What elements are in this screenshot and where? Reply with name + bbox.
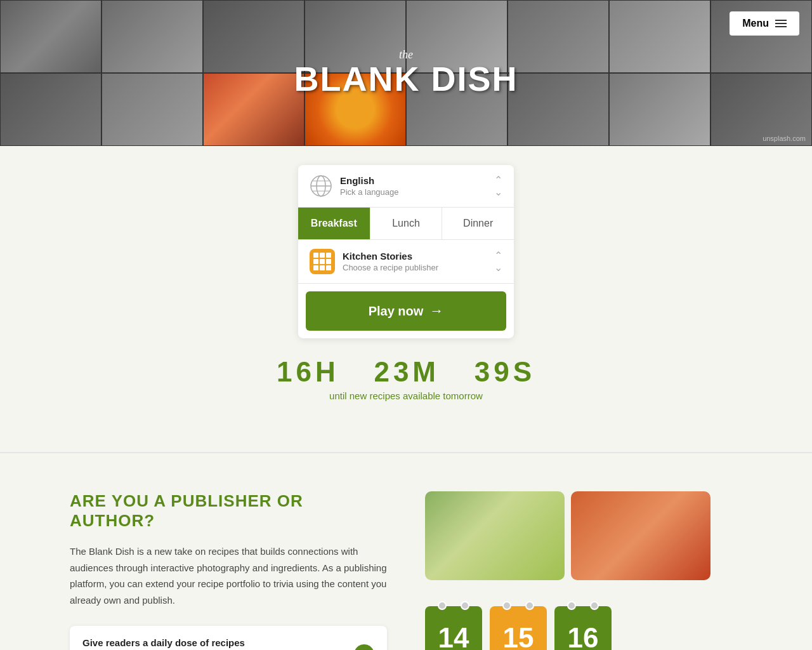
cal-tile-14: 14 <box>425 606 482 651</box>
hero-cell <box>609 73 710 146</box>
widget-card: English Pick a language ⌃⌄ Breakfast Lun… <box>298 165 514 338</box>
publisher-icon <box>310 249 335 274</box>
logo: the BLANK DISH <box>294 48 518 98</box>
hero-cell <box>609 0 710 73</box>
left-column: ARE YOU A PUBLISHER OR AUTHOR? The Blank… <box>70 491 387 650</box>
publisher-selector[interactable]: Kitchen Stories Choose a recipe publishe… <box>298 240 514 284</box>
hero-section: the BLANK DISH Menu unsplash.com <box>0 0 812 146</box>
feature-title: Give readers a daily dose of recipes <box>82 637 354 648</box>
globe-icon <box>310 175 332 197</box>
language-name: English <box>340 175 494 186</box>
language-selector[interactable]: English Pick a language ⌃⌄ <box>298 165 514 208</box>
timer-minutes: 23M <box>374 356 440 387</box>
cal-tile-15: 15 <box>490 606 547 651</box>
play-now-label: Play now <box>369 304 424 319</box>
tab-breakfast[interactable]: Breakfast <box>298 208 370 239</box>
timer-hours: 16H <box>277 356 339 387</box>
language-placeholder: Pick a language <box>340 187 399 197</box>
menu-icon <box>775 20 787 27</box>
publisher-placeholder: Choose a recipe publisher <box>343 263 438 272</box>
menu-button[interactable]: Menu <box>730 11 799 36</box>
cal-pin-right-3 <box>590 601 599 610</box>
hero-cell <box>0 0 102 73</box>
tab-dinner[interactable]: Dinner <box>442 208 514 239</box>
timer-display: 16H 23M 39S <box>277 356 535 388</box>
check-circle-icon: ✓ <box>354 644 374 651</box>
timer-label: until new recipes available tomorrow <box>277 390 535 401</box>
logo-main: BLANK DISH <box>294 60 518 98</box>
cal-num-15: 15 <box>503 624 534 651</box>
right-column: 14 15 16 <box>425 491 742 650</box>
unsplash-credit: unsplash.com <box>763 135 806 142</box>
hero-cell <box>102 0 203 73</box>
meal-tabs: Breakfast Lunch Dinner <box>298 208 514 240</box>
menu-label: Menu <box>742 18 769 29</box>
lower-section: ARE YOU A PUBLISHER OR AUTHOR? The Blank… <box>57 453 755 650</box>
calendar-tiles: 14 15 16 <box>425 606 612 651</box>
timer-section: 16H 23M 39S until new recipes available … <box>277 356 535 401</box>
tab-lunch[interactable]: Lunch <box>370 208 443 239</box>
hero-cell <box>508 73 609 146</box>
publisher-name: Kitchen Stories <box>343 251 494 262</box>
hero-cell <box>203 73 304 146</box>
cal-num-14: 14 <box>438 624 469 651</box>
chevron-updown-icon: ⌃⌄ <box>494 174 502 198</box>
cal-pin-left-2 <box>502 601 511 610</box>
arrow-right-icon: → <box>429 303 443 319</box>
cal-num-16: 16 <box>568 624 599 651</box>
waffle-icon <box>313 253 331 270</box>
hero-cell <box>0 73 102 146</box>
publisher-body: The Blank Dish is a new take on recipes … <box>70 543 387 608</box>
hero-cell <box>508 0 609 73</box>
language-text: English Pick a language <box>340 175 494 197</box>
publisher-heading: ARE YOU A PUBLISHER OR AUTHOR? <box>70 491 387 531</box>
cal-pin-right-2 <box>525 601 534 610</box>
hero-cell <box>102 73 203 146</box>
play-now-button[interactable]: Play now → <box>306 291 506 331</box>
food-photo-2 <box>571 491 710 580</box>
food-photo-1 <box>425 491 565 580</box>
timer-seconds: 39S <box>475 356 535 387</box>
cal-pin-left <box>438 601 447 610</box>
cal-tile-16: 16 <box>554 606 612 651</box>
cal-pin-right <box>461 601 469 610</box>
publisher-chevron-icon: ⌃⌄ <box>494 249 502 274</box>
cal-pin-left-3 <box>567 601 576 610</box>
publisher-text: Kitchen Stories Choose a recipe publishe… <box>343 251 494 273</box>
feature-card-text: Give readers a daily dose of recipes A h… <box>82 637 354 650</box>
hero-cell <box>203 0 304 73</box>
main-content: English Pick a language ⌃⌄ Breakfast Lun… <box>0 146 812 427</box>
feature-card: Give readers a daily dose of recipes A h… <box>70 626 387 650</box>
